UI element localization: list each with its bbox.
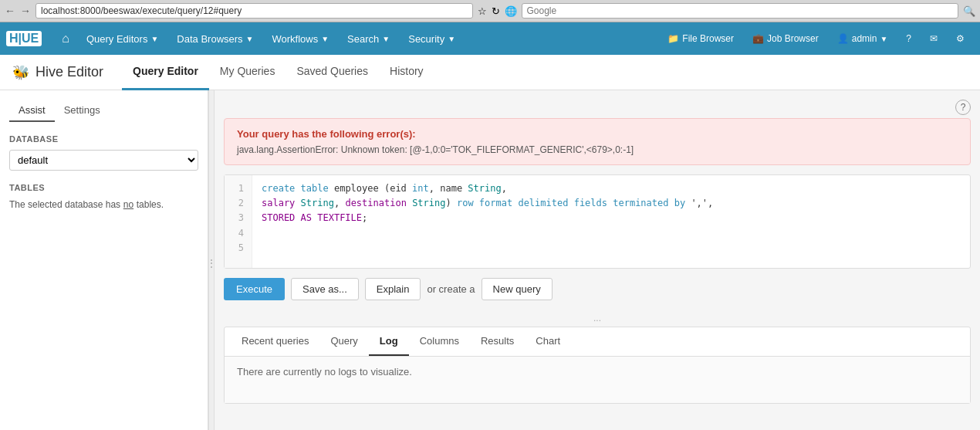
nav-query-editors-arrow: ▼	[150, 35, 158, 43]
sidebar: Assist Settings DATABASE default TABLES …	[0, 90, 208, 430]
help-icon[interactable]: ?	[955, 100, 971, 115]
sidebar-tab-settings[interactable]: Settings	[55, 100, 110, 122]
logo-icon: H|UE	[6, 31, 42, 46]
hue-logo: H|UE	[6, 31, 42, 46]
error-message: java.lang.AssertionError: Unknown token:…	[237, 144, 958, 155]
execute-button[interactable]: Execute	[224, 278, 285, 300]
file-browser-nav[interactable]: 📁 File Browser	[658, 22, 743, 55]
help-nav[interactable]: ?	[897, 22, 921, 55]
admin-label: admin	[852, 33, 877, 44]
database-section-title: DATABASE	[9, 134, 198, 144]
tab-columns[interactable]: Columns	[409, 327, 470, 356]
sidebar-resizer[interactable]: ⋮	[208, 90, 215, 430]
nav-query-editors[interactable]: Query Editors ▼	[77, 22, 167, 55]
browser-icon: 🌐	[505, 5, 517, 17]
tables-text-2: tables.	[137, 199, 164, 210]
nav-workflows-label: Workflows	[272, 33, 318, 45]
error-box: Your query has the following error(s): j…	[224, 118, 971, 165]
bottom-tabs: Recent queries Query Log Columns Results…	[225, 327, 970, 357]
top-nav: H|UE ⌂ Query Editors ▼ Data Browsers ▼ W…	[0, 22, 980, 55]
job-browser-icon: 💼	[752, 33, 764, 44]
nav-right: 📁 File Browser 💼 Job Browser 👤 admin ▼ ?…	[658, 22, 974, 55]
code-editor[interactable]: create table employee (eid int, name Str…	[252, 175, 970, 268]
home-button[interactable]: ⌂	[54, 22, 77, 55]
new-query-button[interactable]: New query	[482, 278, 553, 300]
tab-my-queries[interactable]: My Queries	[209, 55, 286, 90]
reload-icon[interactable]: ↻	[492, 5, 500, 17]
file-browser-label: File Browser	[682, 33, 734, 44]
error-title: Your query has the following error(s):	[237, 128, 958, 140]
nav-data-browsers[interactable]: Data Browsers ▼	[167, 22, 262, 55]
job-browser-nav[interactable]: 💼 Job Browser	[743, 22, 828, 55]
separator[interactable]: ...	[224, 310, 971, 327]
file-browser-icon: 📁	[667, 33, 679, 44]
tab-query[interactable]: Query	[319, 327, 368, 356]
nav-search-arrow: ▼	[382, 35, 390, 43]
url-bar[interactable]: localhost:8000/beeswax/execute/query/12#…	[35, 3, 473, 19]
explain-button[interactable]: Explain	[365, 278, 421, 300]
database-select-wrap: default	[9, 150, 198, 171]
bottom-panel: Recent queries Query Log Columns Results…	[224, 327, 971, 404]
line-numbers: 1 2 3 4 5	[225, 175, 252, 268]
browser-bar: ← → localhost:8000/beeswax/execute/query…	[0, 0, 980, 22]
tab-log[interactable]: Log	[369, 327, 409, 356]
toolbar: Execute Save as... Explain or create a N…	[224, 278, 971, 310]
sidebar-tabs: Assist Settings	[9, 100, 198, 122]
tables-text-1: The selected database has	[9, 199, 120, 210]
nav-security-arrow: ▼	[448, 35, 455, 43]
nav-security[interactable]: Security ▼	[399, 22, 465, 55]
forward-button[interactable]: →	[20, 5, 31, 17]
tables-section-title: TABLES	[9, 183, 198, 192]
tab-query-editor[interactable]: Query Editor	[122, 55, 209, 90]
line-1: 1	[232, 181, 244, 196]
tab-saved-queries[interactable]: Saved Queries	[286, 55, 379, 90]
editor-container: 1 2 3 4 5 create table employee (eid int…	[224, 174, 971, 269]
hive-editor-brand: 🐝 Hive Editor	[12, 64, 103, 81]
line-2: 2	[232, 196, 244, 211]
tables-section: The selected database has no tables.	[9, 198, 198, 210]
tab-results[interactable]: Results	[470, 327, 525, 356]
settings-nav[interactable]: ⚙	[947, 22, 974, 55]
nav-data-browsers-label: Data Browsers	[177, 33, 242, 45]
notifications-nav[interactable]: ✉	[921, 22, 947, 55]
job-browser-label: Job Browser	[767, 33, 819, 44]
sub-nav: 🐝 Hive Editor Query Editor My Queries Sa…	[0, 55, 980, 90]
line-4: 4	[232, 226, 244, 241]
search-input[interactable]	[522, 3, 959, 19]
admin-icon: 👤	[837, 33, 849, 44]
hive-editor-title: Hive Editor	[35, 64, 103, 80]
back-button[interactable]: ←	[5, 5, 15, 17]
log-content: There are currently no logs to visualize…	[225, 357, 970, 403]
search-glass-icon[interactable]: 🔍	[963, 5, 975, 17]
admin-arrow: ▼	[880, 35, 887, 43]
star-icon: ☆	[478, 5, 487, 17]
sidebar-tab-assist[interactable]: Assist	[9, 100, 55, 122]
nav-data-browsers-arrow: ▼	[246, 35, 254, 43]
tables-no-link[interactable]: no	[123, 199, 133, 210]
nav-search-label: Search	[347, 33, 379, 45]
main-layout: Assist Settings DATABASE default TABLES …	[0, 90, 980, 430]
save-as-button[interactable]: Save as...	[291, 278, 359, 300]
or-create-text: or create a	[427, 283, 475, 295]
nav-workflows[interactable]: Workflows ▼	[262, 22, 338, 55]
nav-query-editors-label: Query Editors	[86, 33, 147, 45]
line-5: 5	[232, 241, 244, 256]
tab-chart[interactable]: Chart	[525, 327, 571, 356]
nav-security-label: Security	[408, 33, 444, 45]
nav-workflows-arrow: ▼	[321, 35, 329, 43]
tab-history[interactable]: History	[379, 55, 434, 90]
help-icon-wrap: ?	[224, 100, 971, 115]
database-select[interactable]: default	[9, 150, 198, 171]
editor-body: 1 2 3 4 5 create table employee (eid int…	[225, 175, 970, 268]
content-area: ? Your query has the following error(s):…	[215, 90, 980, 430]
admin-nav[interactable]: 👤 admin ▼	[828, 22, 897, 55]
bee-icon: 🐝	[12, 64, 29, 81]
tab-recent-queries[interactable]: Recent queries	[231, 327, 319, 356]
nav-search[interactable]: Search ▼	[338, 22, 399, 55]
line-3: 3	[232, 211, 244, 225]
